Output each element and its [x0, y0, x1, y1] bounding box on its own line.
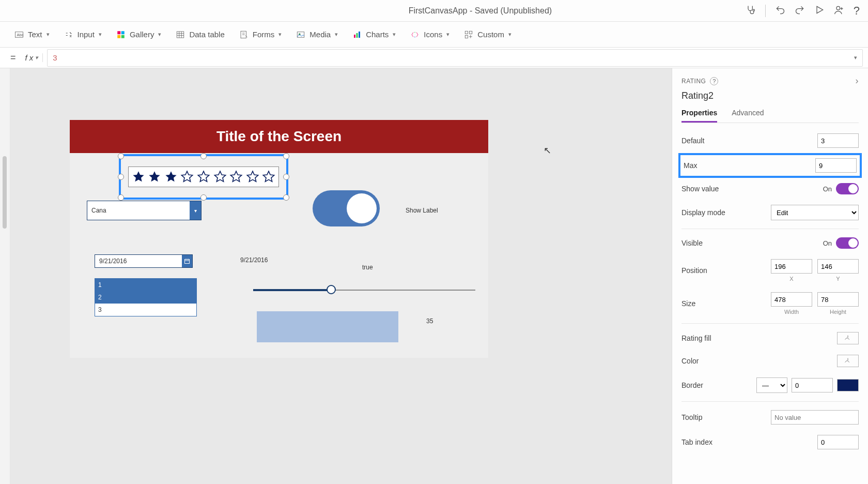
divider	[765, 5, 766, 17]
list-item[interactable]: 1	[95, 279, 196, 291]
list-item[interactable]: 3	[95, 304, 196, 316]
scrollbar-thumb[interactable]	[3, 156, 7, 229]
equals-label: =	[5, 52, 21, 63]
prop-max-highlighted: Max	[678, 153, 862, 178]
chevron-right-icon[interactable]: ›	[856, 75, 859, 86]
svg-rect-10	[298, 32, 305, 37]
left-rail[interactable]	[0, 68, 10, 484]
star-icon[interactable]	[197, 170, 210, 184]
star-icon[interactable]	[229, 170, 243, 184]
svg-rect-13	[357, 33, 358, 38]
ribbon-media[interactable]: Media▾	[296, 30, 338, 39]
star-icon[interactable]	[213, 170, 227, 184]
rectangle-control[interactable]	[257, 311, 398, 342]
undo-icon[interactable]	[775, 5, 785, 17]
svg-rect-17	[465, 31, 468, 34]
app-screen: Title of the Screen Cana ▾ Show Label	[70, 120, 488, 358]
ribbon-custom[interactable]: Custom▾	[464, 30, 512, 39]
prop-tooltip: Tooltip	[681, 405, 859, 430]
ribbon-text[interactable]: Abc Text▾	[14, 30, 50, 39]
help-icon[interactable]: ?	[854, 4, 860, 18]
ribbon-datatable[interactable]: Data table	[176, 30, 224, 39]
chevron-down-icon: ▾	[99, 31, 102, 38]
listbox-control[interactable]: 1 2 3	[95, 278, 197, 316]
date-label: 9/21/2016	[240, 256, 268, 264]
ribbon-icons[interactable]: Icons▾	[410, 30, 450, 39]
prop-show-value: Show value On	[681, 178, 859, 200]
rating-stars[interactable]	[128, 167, 279, 187]
chevron-down-icon[interactable]: ▾	[190, 201, 201, 220]
tab-advanced[interactable]: Advanced	[732, 109, 764, 123]
border-width-input[interactable]	[792, 378, 833, 392]
ribbon-gallery[interactable]: Gallery▾	[116, 30, 162, 39]
slider-control[interactable]	[253, 289, 475, 292]
datepicker-control[interactable]: 9/21/2016	[95, 254, 193, 268]
redo-icon[interactable]	[795, 5, 805, 17]
border-style-select[interactable]: —	[756, 377, 787, 393]
size-h-input[interactable]	[817, 292, 859, 307]
position-x-input[interactable]	[771, 259, 812, 274]
prop-label: Default	[681, 137, 704, 145]
star-icon[interactable]	[246, 170, 259, 184]
dropdown-value: Cana	[87, 207, 190, 214]
star-icon[interactable]	[164, 170, 178, 184]
slider-thumb[interactable]	[327, 285, 336, 294]
prop-position: Position X Y	[681, 254, 859, 287]
resize-handle[interactable]	[200, 153, 207, 159]
star-icon[interactable]	[132, 170, 145, 184]
calendar-icon[interactable]	[182, 255, 192, 267]
screen-title: Title of the Screen	[70, 120, 488, 153]
formula-input[interactable]: 3 ▾	[47, 49, 863, 67]
prop-label: Border	[681, 381, 703, 389]
star-icon[interactable]	[262, 170, 275, 184]
play-icon[interactable]	[814, 5, 825, 17]
resize-handle[interactable]	[283, 174, 289, 180]
tabindex-input[interactable]	[817, 435, 859, 449]
ribbon-forms[interactable]: Forms▾	[239, 30, 282, 39]
resize-handle[interactable]	[118, 174, 124, 180]
toggle-switch[interactable]	[836, 237, 859, 249]
display-mode-select[interactable]: Edit	[771, 205, 859, 220]
stethoscope-icon[interactable]	[746, 5, 756, 17]
rating-fill-swatch[interactable]	[837, 332, 859, 344]
position-y-input[interactable]	[817, 259, 859, 274]
prop-label: Position	[681, 266, 707, 275]
resize-handle[interactable]	[283, 194, 289, 201]
size-w-input[interactable]	[771, 292, 812, 307]
default-input[interactable]	[817, 133, 859, 148]
ribbon-charts[interactable]: Charts▾	[352, 30, 396, 39]
svg-rect-12	[354, 35, 355, 38]
chevron-down-icon[interactable]: ▾	[854, 54, 857, 61]
list-item[interactable]: 2	[95, 291, 196, 304]
tooltip-input[interactable]	[771, 410, 859, 425]
resize-handle[interactable]	[118, 194, 124, 201]
toggle-control[interactable]	[313, 190, 380, 226]
chevron-down-icon: ▾	[446, 31, 450, 38]
star-icon[interactable]	[148, 170, 161, 184]
tab-properties[interactable]: Properties	[681, 109, 717, 123]
ribbon-icons-label: Icons	[424, 30, 442, 39]
control-name[interactable]: Rating2	[681, 90, 859, 101]
prop-label: Tooltip	[681, 413, 702, 421]
chevron-down-icon: ▾	[158, 31, 161, 38]
fx-button[interactable]: fx ▾	[21, 53, 43, 62]
formula-bar: = fx ▾ 3 ▾	[0, 48, 868, 68]
resize-handle[interactable]	[118, 153, 124, 159]
svg-rect-14	[359, 32, 360, 38]
star-icon[interactable]	[180, 170, 194, 184]
max-input[interactable]	[815, 158, 857, 173]
person-icon[interactable]	[834, 5, 844, 17]
datepicker-value: 9/21/2016	[95, 258, 182, 265]
help-icon[interactable]: ?	[710, 77, 718, 85]
toggle-switch[interactable]	[836, 183, 859, 194]
rating-control-selected[interactable]	[119, 154, 288, 200]
color-swatch[interactable]	[837, 355, 859, 367]
ribbon-input[interactable]: Input▾	[64, 30, 102, 39]
border-color-swatch[interactable]	[837, 379, 859, 391]
dropdown-control[interactable]: Cana ▾	[87, 201, 202, 220]
resize-handle[interactable]	[200, 194, 207, 201]
resize-handle[interactable]	[283, 153, 289, 159]
canvas[interactable]: Title of the Screen Cana ▾ Show Label	[10, 68, 672, 484]
prop-color: Color	[681, 350, 859, 372]
ribbon-input-label: Input	[78, 30, 95, 39]
